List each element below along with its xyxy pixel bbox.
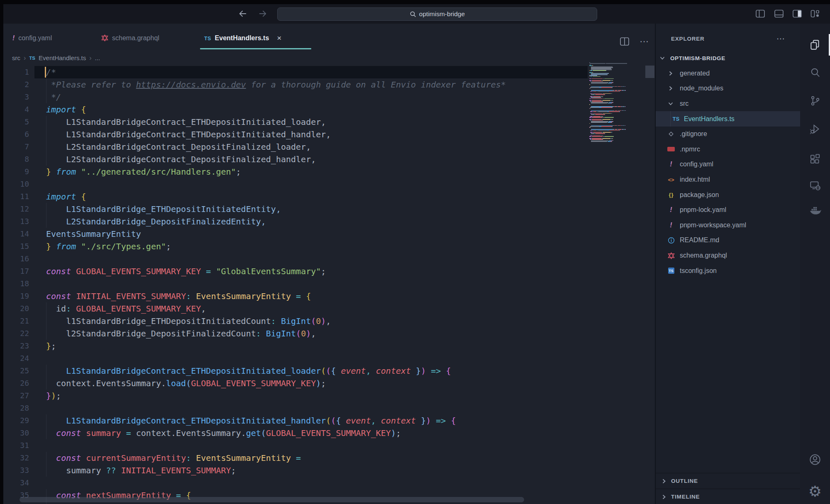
- line-number: 17: [3, 265, 29, 278]
- editor-actions: ⋯: [620, 36, 649, 47]
- code-text: L1StandardBridge_ETHDepositInitiatedEnti…: [46, 203, 281, 215]
- docker-icon: [808, 204, 822, 217]
- code-line-18[interactable]: 18: [3, 278, 655, 290]
- code-line-1[interactable]: 1/*: [3, 66, 655, 78]
- tree-item-schema.graphql[interactable]: schema.graphql: [656, 248, 801, 263]
- code-text: L2StandardBridgeContract_DepositFinalize…: [46, 141, 311, 153]
- code-line-15[interactable]: 15} from "./src/Types.gen";: [3, 240, 655, 253]
- code-line-32[interactable]: 32 const currentSummaryEntity: EventsSum…: [3, 452, 655, 464]
- toggle-panel-right-icon[interactable]: [792, 8, 803, 19]
- tree-item-package.json[interactable]: { }package.json: [656, 187, 801, 202]
- tree-indent-guide: [670, 111, 671, 127]
- activity-accounts[interactable]: [800, 451, 830, 468]
- command-center-search[interactable]: optimism-bridge: [277, 7, 597, 21]
- code-line-29[interactable]: 29 L1StandardBridgeContract_ETHDepositIn…: [3, 414, 655, 427]
- toggle-panel-left-icon[interactable]: [755, 8, 766, 19]
- activity-remote-explorer[interactable]: [800, 177, 830, 194]
- tree-item-generated[interactable]: generated: [656, 66, 801, 81]
- code-line-13[interactable]: 13 L2StandardBridge_DepositFinalizedEnti…: [3, 215, 655, 228]
- outline-section[interactable]: OUTLINE: [656, 473, 801, 489]
- code-text: const GLOBAL_EVENTS_SUMMARY_KEY = "Globa…: [46, 265, 326, 278]
- code-line-11[interactable]: 11import {: [3, 190, 655, 203]
- activity-docker[interactable]: [800, 202, 830, 219]
- breadcrumb-src[interactable]: src: [12, 54, 20, 61]
- code-line-3[interactable]: 3 */: [3, 91, 655, 103]
- activity-settings[interactable]: ⚙: [800, 483, 830, 500]
- tree-item-.gitignore[interactable]: .gitignore: [656, 127, 801, 142]
- line-number: 20: [3, 302, 29, 315]
- tree-item-pnpm-workspace.yaml[interactable]: !pnpm-workspace.yaml: [656, 218, 801, 233]
- more-actions-icon[interactable]: ⋯: [776, 34, 785, 44]
- code-line-6[interactable]: 6 L1StandardBridgeContract_ETHDepositIni…: [3, 128, 655, 141]
- code-line-14[interactable]: 14EventsSummaryEntity: [3, 228, 655, 240]
- code-line-5[interactable]: 5 L1StandardBridgeContract_ETHDepositIni…: [3, 116, 655, 128]
- tree-item-config.yaml[interactable]: !config.yaml: [656, 157, 801, 172]
- customize-layout-icon[interactable]: [810, 8, 820, 19]
- forward-arrow-icon[interactable]: [257, 8, 269, 19]
- tree-item-tsconfig.json[interactable]: TStsconfig.json: [656, 263, 801, 278]
- code-line-21[interactable]: 21 l1StandardBridge_ETHDepositInitiatedC…: [3, 315, 655, 327]
- tab-config.yaml[interactable]: !config.yaml: [8, 24, 87, 50]
- tab-schema.graphql[interactable]: schema.graphql: [97, 24, 195, 50]
- json-braces-icon: { }: [666, 192, 676, 198]
- breadcrumb[interactable]: src › TS EventHandlers.ts › ...: [3, 50, 655, 66]
- code-line-25[interactable]: 25 L1StandardBridgeContract_ETHDepositIn…: [3, 365, 655, 377]
- code-text: const summary = context.EventsSummary.ge…: [46, 427, 401, 439]
- code-line-22[interactable]: 22 l2StandardBridge_DepositFinalizedCoun…: [3, 327, 655, 340]
- code-line-19[interactable]: 19const INITIAL_EVENTS_SUMMARY: EventsSu…: [3, 290, 655, 302]
- more-actions-icon[interactable]: ⋯: [640, 36, 649, 47]
- code-line-28[interactable]: 28: [3, 402, 655, 414]
- activity-extensions[interactable]: [800, 151, 830, 167]
- code-line-23[interactable]: 23};: [3, 340, 655, 352]
- code-line-33[interactable]: 33 summary ?? INITIAL_EVENTS_SUMMARY;: [3, 464, 655, 477]
- code-area[interactable]: 1/*2 *Please refer to https://docs.envio…: [3, 66, 655, 504]
- code-text: summary ?? INITIAL_EVENTS_SUMMARY;: [46, 464, 236, 477]
- tree-item-node_modules[interactable]: node_modules: [656, 81, 801, 96]
- code-line-26[interactable]: 26 context.EventsSummary.load(GLOBAL_EVE…: [3, 377, 655, 390]
- tree-item-EventHandlers.ts[interactable]: TSEventHandlers.ts: [656, 111, 801, 127]
- activity-search[interactable]: [800, 64, 830, 81]
- tree-item-label: generated: [680, 70, 710, 77]
- tree-item-index.html[interactable]: <>index.html: [656, 172, 801, 187]
- close-tab-icon[interactable]: ×: [277, 34, 281, 43]
- tree-item-label: .npmrc: [680, 146, 700, 153]
- code-line-24[interactable]: 24: [3, 352, 655, 365]
- code-line-12[interactable]: 12 L1StandardBridge_ETHDepositInitiatedE…: [3, 203, 655, 215]
- code-line-16[interactable]: 16: [3, 253, 655, 265]
- horizontal-scrollbar[interactable]: [20, 497, 524, 502]
- code-line-30[interactable]: 30 const summary = context.EventsSummary…: [3, 427, 655, 439]
- tab-EventHandlers.ts[interactable]: TSEventHandlers.ts×: [200, 24, 311, 50]
- code-line-2[interactable]: 2 *Please refer to https://docs.envio.de…: [3, 78, 655, 91]
- tree-item-OPTIMISM-BRIDGE[interactable]: OPTIMISM-BRIDGE: [656, 51, 801, 66]
- breadcrumb-symbol[interactable]: ...: [95, 54, 100, 61]
- code-line-20[interactable]: 20 id: GLOBAL_EVENTS_SUMMARY_KEY,: [3, 302, 655, 315]
- code-line-34[interactable]: 34: [3, 477, 655, 489]
- code-line-8[interactable]: 8 L2StandardBridgeContract_DepositFinali…: [3, 153, 655, 166]
- toggle-panel-bottom-icon[interactable]: [774, 8, 784, 19]
- code-line-9[interactable]: 9} from "../generated/src/Handlers.gen";: [3, 166, 655, 178]
- code-line-4[interactable]: 4import {: [3, 103, 655, 116]
- activity-source-control[interactable]: [800, 93, 830, 109]
- back-arrow-icon[interactable]: [237, 8, 249, 19]
- timeline-section[interactable]: TIMELINE: [656, 489, 801, 504]
- code-line-31[interactable]: 31: [3, 439, 655, 452]
- breadcrumb-file[interactable]: EventHandlers.ts: [39, 54, 86, 61]
- activity-explorer[interactable]: [800, 37, 830, 53]
- minimap[interactable]: [589, 62, 645, 168]
- file-tree: OPTIMISM-BRIDGEgeneratednode_modulessrcT…: [656, 51, 801, 278]
- code-line-10[interactable]: 10: [3, 178, 655, 190]
- minimap-slider[interactable]: [645, 66, 654, 78]
- tree-item-.npmrc[interactable]: .npmrc: [656, 142, 801, 157]
- tree-item-README.md[interactable]: README.md: [656, 233, 801, 248]
- split-editor-icon[interactable]: [620, 37, 630, 46]
- code-line-17[interactable]: 17const GLOBAL_EVENTS_SUMMARY_KEY = "Glo…: [3, 265, 655, 278]
- line-number: 2: [3, 78, 29, 91]
- code-line-7[interactable]: 7 L2StandardBridgeContract_DepositFinali…: [3, 141, 655, 153]
- code-line-27[interactable]: 27});: [3, 390, 655, 402]
- line-number: 22: [3, 327, 29, 340]
- tree-item-label: config.yaml: [680, 161, 713, 168]
- tree-item-src[interactable]: src: [656, 96, 801, 112]
- line-number: 21: [3, 315, 29, 327]
- activity-run-debug[interactable]: [800, 121, 830, 138]
- tree-item-pnpm-lock.yaml[interactable]: !pnpm-lock.yaml: [656, 202, 801, 218]
